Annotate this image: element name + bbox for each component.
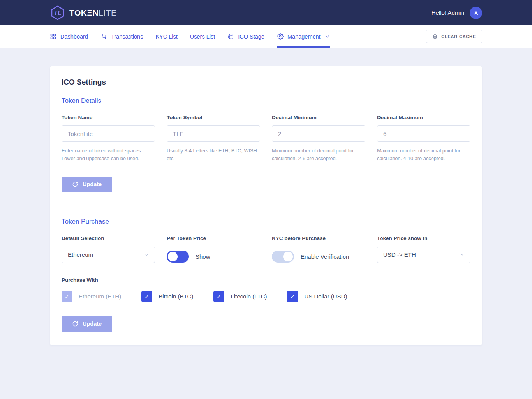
decimal-minimum-input[interactable] [272, 125, 365, 142]
purchase-option-ltc[interactable]: ✓ Litecoin (LTC) [213, 291, 267, 302]
nav-item-dashboard[interactable]: Dashboard [50, 25, 88, 48]
option-label: US Dollar (USD) [304, 293, 347, 300]
nav-label: Dashboard [60, 34, 88, 40]
field-help-text: Enter name of token without spaces. Lowe… [62, 147, 155, 162]
update-label: Update [83, 181, 102, 187]
purchase-with-label: Purchase With [62, 277, 470, 283]
purchase-option-eth: ✓ Ethereum (ETH) [62, 291, 121, 302]
nav-item-management[interactable]: Management [277, 25, 330, 48]
decimal-maximum-field: Decimal Maximum Maximum number of decima… [377, 115, 470, 162]
ico-settings-card: ICO Settings Token Details Token Name En… [50, 66, 482, 345]
avatar[interactable] [470, 7, 482, 19]
checkbox-btc[interactable]: ✓ [141, 291, 152, 302]
purchase-option-usd[interactable]: ✓ US Dollar (USD) [287, 291, 347, 302]
nav-label: Transactions [111, 34, 143, 40]
nav-item-transactions[interactable]: Transactions [100, 25, 143, 48]
kyc-verification-toggle[interactable] [272, 251, 294, 263]
token-symbol-field: Token Symbol Usually 3-4 Letters like ET… [167, 115, 260, 162]
kyc-before-purchase-field: KYC before Purchase Enable Verification [272, 235, 365, 265]
field-label: Token Name [62, 115, 155, 120]
refresh-icon [72, 181, 78, 187]
token-price-show-in-field: Token Price show in USD -> ETH [377, 235, 470, 265]
purchase-option-btc[interactable]: ✓ Bitcoin (BTC) [141, 291, 193, 302]
footer-copyright: © 2019 TokenLite. All Rights Reserved. A… [0, 345, 532, 399]
nav-label: ICO Stage [238, 34, 264, 40]
field-label: Token Price show in [377, 235, 470, 241]
greeting-text: Hello! Admin [432, 9, 464, 16]
field-label: Default Selection [62, 235, 155, 241]
default-selection-select[interactable]: Ethereum [62, 247, 155, 263]
field-label: Per Token Price [167, 235, 260, 241]
field-label: KYC before Purchase [272, 235, 365, 241]
option-label: Ethereum (ETH) [79, 293, 121, 300]
token-name-field: Token Name Enter name of token without s… [62, 115, 155, 162]
clear-cache-label: CLEAR CACHE [441, 34, 476, 39]
token-price-show-in-select[interactable]: USD -> ETH [377, 247, 470, 263]
nav-label: Management [287, 34, 321, 40]
token-details-update-button[interactable]: Update [62, 177, 112, 192]
topbar: TL TOKΞNLITE Hello! Admin [0, 0, 532, 25]
decimal-minimum-field: Decimal Minimum Minimum number of decima… [272, 115, 365, 162]
gear-icon [277, 33, 284, 40]
select-value: USD -> ETH [383, 251, 416, 258]
section-divider [62, 207, 470, 207]
option-label: Bitcoin (BTC) [159, 293, 193, 300]
trash-icon [432, 34, 438, 39]
field-help-text: Usually 3-4 Letters like ETH, BTC, WISH … [167, 147, 260, 162]
select-value: Ethereum [68, 251, 93, 258]
toggle-state-label: Enable Verification [301, 253, 349, 260]
refresh-icon [72, 321, 78, 327]
clear-cache-button[interactable]: CLEAR CACHE [426, 30, 482, 43]
toggle-state-label: Show [196, 253, 210, 260]
option-label: Litecoin (LTC) [231, 293, 267, 300]
token-symbol-input[interactable] [167, 125, 260, 142]
per-token-price-toggle[interactable] [167, 251, 189, 263]
default-selection-field: Default Selection Ethereum [62, 235, 155, 265]
nav-item-kyc-list[interactable]: KYC List [155, 25, 177, 48]
per-token-price-field: Per Token Price Show [167, 235, 260, 265]
swap-arrows-icon [100, 33, 107, 40]
nav-label: Users List [190, 34, 215, 40]
token-details-heading: Token Details [62, 97, 470, 105]
token-name-input[interactable] [62, 125, 155, 142]
field-help-text: Minimum number of decimal point for calc… [272, 147, 365, 162]
coins-stack-icon [227, 33, 234, 40]
chevron-down-icon [459, 252, 465, 258]
brand-name: TOKΞNLITE [69, 8, 117, 18]
toggle-knob [168, 252, 178, 261]
nav-label: KYC List [155, 34, 177, 40]
token-purchase-heading: Token Purchase [62, 218, 470, 226]
menubar: Dashboard Transactions KYC List Users Li… [0, 25, 532, 48]
checkbox-ltc[interactable]: ✓ [213, 291, 224, 302]
person-icon [472, 9, 479, 16]
nav-item-users-list[interactable]: Users List [190, 25, 215, 48]
field-label: Decimal Minimum [272, 115, 365, 120]
page-title: ICO Settings [62, 78, 470, 87]
dashboard-grid-icon [50, 33, 56, 40]
chevron-down-icon [324, 34, 330, 39]
svg-text:TL: TL [54, 9, 61, 16]
token-purchase-update-button[interactable]: Update [62, 316, 112, 332]
field-label: Decimal Maximum [377, 115, 470, 120]
decimal-maximum-input[interactable] [377, 125, 470, 142]
toggle-knob [283, 252, 293, 261]
field-help-text: Maximum number of decimal point for calc… [377, 147, 470, 162]
hexagon-logo-icon: TL [50, 5, 65, 21]
field-label: Token Symbol [167, 115, 260, 120]
chevron-down-icon [144, 252, 150, 258]
checkbox-eth: ✓ [62, 291, 72, 302]
brand-logo[interactable]: TL TOKΞNLITE [50, 5, 117, 21]
update-label: Update [83, 321, 102, 327]
checkbox-usd[interactable]: ✓ [287, 291, 298, 302]
nav-item-ico-stage[interactable]: ICO Stage [227, 25, 264, 48]
